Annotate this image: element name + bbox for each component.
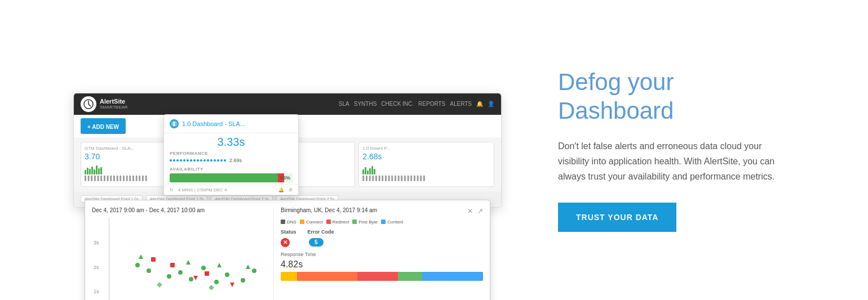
legend: DNS Connect Redirect First Byte xyxy=(281,220,483,225)
screenshot-area: AlertSite SMARTBEAR SLA SYNTHS CHECK INC… xyxy=(73,93,502,208)
refresh-icon: ↻ xyxy=(170,187,174,192)
share-icon[interactable]: ↗ xyxy=(477,207,483,215)
dia-2 xyxy=(209,285,214,290)
dot-10 xyxy=(252,268,256,273)
card3-title: 1.0 Downl P... xyxy=(362,146,490,151)
legend-redirect-label: Redirect xyxy=(333,220,349,225)
detail-location: Birmingham, UK, Dec 4, 2017 9:14 am xyxy=(281,207,377,213)
card3-avail: ▌▌▌▌▌▌▌▌▌▌▌▌▌▌▌▌▌▌▌▌ xyxy=(362,176,490,181)
tooltip-perf-dots: 2.69s xyxy=(164,156,298,165)
alertsite-logo-icon xyxy=(81,96,96,112)
y-label-2s: 2s xyxy=(94,265,99,270)
legend-content: Content xyxy=(381,220,403,225)
detail-popup: Dec 4, 2017 9:00 am - Dec 4, 2017 10:00 … xyxy=(85,200,490,301)
nav-bar: AlertSite SMARTBEAR SLA SYNTHS CHECK INC… xyxy=(74,93,501,115)
dot-5 xyxy=(189,277,193,281)
rb-blue xyxy=(422,272,483,281)
legend-connect-label: Connect xyxy=(306,220,323,225)
legend-redirect: Redirect xyxy=(326,220,349,225)
status-label: Status xyxy=(281,229,296,235)
dot-7 xyxy=(214,280,219,284)
nav-right-items: SLA SYNTHS CHECK INC. REPORTS ALERTS 🔔 👤 xyxy=(339,101,494,107)
tri-4 xyxy=(246,265,250,269)
rb-red xyxy=(357,272,398,281)
legend-dns: DNS xyxy=(281,220,296,225)
card3-value: 2.68s xyxy=(362,152,490,161)
legend-dns-label: DNS xyxy=(287,220,296,225)
legend-dns-color xyxy=(281,220,285,224)
dot-2 xyxy=(147,268,151,273)
gear-icon: ⚙ xyxy=(289,187,293,192)
nav-item-alerts: ALERTS xyxy=(450,101,472,107)
avail-bar-green xyxy=(170,173,278,182)
page-container: AlertSite SMARTBEAR SLA SYNTHS CHECK INC… xyxy=(39,46,829,254)
status-x-icon: ✕ xyxy=(281,238,290,247)
error-code-value: 5 xyxy=(309,238,324,247)
status-values-row: ✕ 5 xyxy=(281,238,483,247)
detail-panel: Birmingham, UK, Dec 4, 2017 9:14 am ✕ ↗ … xyxy=(273,207,483,301)
response-time-label: Response Time xyxy=(281,252,483,257)
tri-down-1 xyxy=(193,276,198,280)
nav-logo-text-block: AlertSite SMARTBEAR xyxy=(100,98,128,110)
status-row: Status Error Code xyxy=(281,229,483,235)
avail-pct: 95% xyxy=(280,175,290,181)
y-label-1s: 1s xyxy=(94,289,99,294)
status-value-col: ✕ xyxy=(281,238,290,247)
error-code-col: Error Code xyxy=(308,229,334,235)
trust-your-data-button[interactable]: TRUST YOUR DATA xyxy=(558,203,676,232)
rb-yellow xyxy=(281,272,297,281)
sq-1 xyxy=(151,257,156,262)
nav-logo: AlertSite SMARTBEAR xyxy=(81,96,128,112)
legend-connect: Connect xyxy=(300,220,323,225)
tooltip-footer: ↻ 4 MINS | 2:50PM DEC 4 🔔 ⚙ xyxy=(164,185,298,195)
legend-firstbyte-label: First Byte xyxy=(358,220,378,225)
scatter-chart: 3s 2s 1s 0s xyxy=(109,218,267,301)
close-icon[interactable]: ✕ xyxy=(467,207,473,215)
tri-2 xyxy=(186,260,191,265)
tooltip-perf-label: PERFORMANCE xyxy=(164,150,298,156)
nav-brand: AlertSite xyxy=(100,98,128,105)
tooltip-header: 1.0 Dashboard - SLA... xyxy=(164,115,298,133)
dot-6 xyxy=(201,266,206,270)
avail-bar: 95% xyxy=(170,173,293,182)
legend-connect-color xyxy=(300,220,304,224)
bell-icon: 🔔 xyxy=(278,187,284,192)
detail-header: Birmingham, UK, Dec 4, 2017 9:14 am ✕ ↗ xyxy=(281,207,483,215)
detail-controls: ✕ ↗ xyxy=(467,207,483,215)
tooltip-popup: 1.0 Dashboard - SLA... 3.33s PERFORMANCE… xyxy=(163,114,299,195)
card3-bars xyxy=(362,163,490,174)
dot-4 xyxy=(178,270,183,275)
dot-8 xyxy=(225,272,229,277)
dash-card-3: 1.0 Downl P... 2.68s ▌▌▌▌▌▌▌▌▌▌▌▌▌▌▌▌▌▌▌… xyxy=(358,142,494,187)
page-headline: Defog your Dashboard xyxy=(558,68,795,125)
response-time-value: 4.82s xyxy=(281,259,483,270)
nav-item-checkinc: CHECK INC. xyxy=(381,101,414,107)
tri-3 xyxy=(217,263,222,267)
error-code-label: Error Code xyxy=(308,229,334,235)
tooltip-footer-text: 4 MINS | 2:50PM DEC 4 xyxy=(178,187,227,192)
dot-3 xyxy=(167,274,171,279)
nav-item-synths: SYNTHS xyxy=(354,101,377,107)
legend-redirect-color xyxy=(326,220,331,224)
nav-item-sla: SLA xyxy=(339,101,349,107)
tooltip-globe-icon xyxy=(170,119,179,128)
sq-3 xyxy=(205,271,209,276)
tooltip-avail-label: AVAILABILITY xyxy=(164,165,298,172)
add-new-button[interactable]: + ADD NEW xyxy=(87,124,119,130)
error-code-value-col: 5 xyxy=(309,239,324,245)
dot-1 xyxy=(135,263,140,267)
dia-1 xyxy=(157,282,162,288)
tooltip-value: 3.33s xyxy=(164,133,298,150)
rb-green xyxy=(398,272,422,281)
nav-bell-icon: 🔔 xyxy=(476,101,483,107)
rb-orange xyxy=(297,272,358,281)
chart-date-range: Dec 4, 2017 9:00 am - Dec 4, 2017 10:00 … xyxy=(92,207,267,213)
legend-firstbyte: First Byte xyxy=(352,220,378,225)
status-col: Status xyxy=(281,229,296,235)
chart-area: Dec 4, 2017 9:00 am - Dec 4, 2017 10:00 … xyxy=(92,207,267,301)
tri-1 xyxy=(139,254,143,259)
y-label-3s: 3s xyxy=(94,240,99,245)
legend-content-color xyxy=(381,220,386,224)
response-bar xyxy=(281,272,483,281)
page-description: Don't let false alerts and erroneous dat… xyxy=(558,138,795,185)
